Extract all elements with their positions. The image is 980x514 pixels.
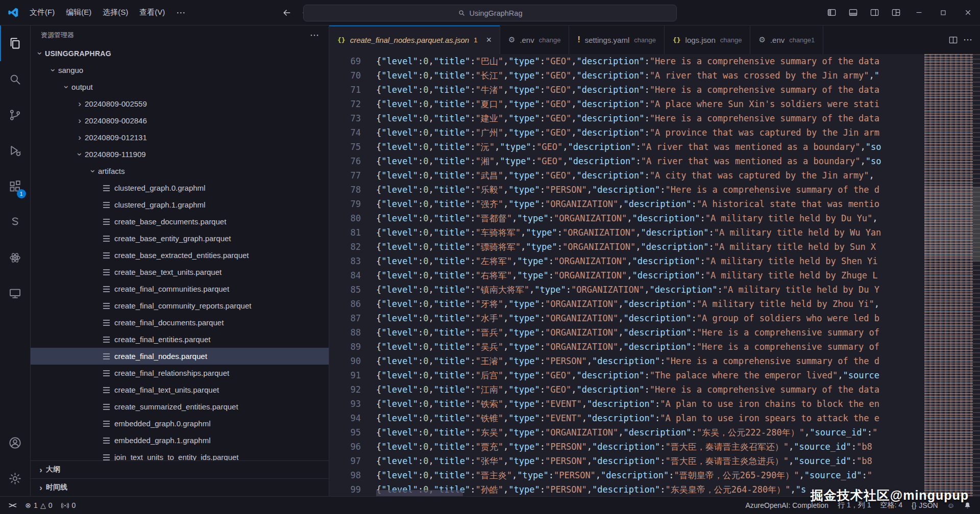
code-line[interactable]: 98{"level":0,"title":"晋主炎","type":"PERSO… — [329, 468, 924, 482]
customize-layout-icon[interactable] — [885, 0, 906, 25]
ports-indicator[interactable]: 0 — [57, 497, 80, 514]
activity-extension-s[interactable] — [0, 204, 31, 240]
editor[interactable]: 69{"level":0,"title":"巴山","type":"GEO","… — [329, 54, 980, 496]
activity-run-debug[interactable] — [0, 133, 31, 168]
activity-extension-atom[interactable] — [0, 240, 31, 275]
tree-item-folder[interactable]: ›sanguo — [31, 62, 329, 79]
editor-tab[interactable]: ⚙.envchange — [500, 25, 569, 54]
code-line[interactable]: 70{"level":0,"title":"长江","type":"GEO","… — [329, 68, 924, 83]
code-line[interactable]: 72{"level":0,"title":"夏口","type":"GEO","… — [329, 97, 924, 111]
code-line[interactable]: 93{"level":0,"title":"铁索","type":"EVENT"… — [329, 397, 924, 411]
minimap[interactable] — [924, 54, 973, 496]
menu-edit[interactable]: 编辑(E) — [60, 5, 97, 20]
azure-openai-status[interactable]: AzureOpenAI: Completion — [741, 501, 833, 509]
activity-source-control[interactable] — [0, 97, 31, 133]
horizontal-scrollbar-thumb[interactable] — [376, 490, 463, 496]
horizontal-scrollbar[interactable] — [376, 490, 924, 496]
tree-item-file[interactable]: create_final_community_reports.parquet — [31, 297, 329, 314]
tree-item-folder[interactable]: ›20240809-111909 — [31, 146, 329, 163]
code-line[interactable]: 71{"level":0,"title":"牛渚","type":"GEO","… — [329, 83, 924, 97]
outline-section[interactable]: › 大纲 — [31, 460, 329, 478]
tree-item-file[interactable]: clustered_graph.1.graphml — [31, 196, 329, 213]
code-line[interactable]: 95{"level":0,"title":"东吴","type":"ORGANI… — [329, 425, 924, 440]
code-line[interactable]: 79{"level":0,"title":"强齐","type":"ORGANI… — [329, 197, 924, 211]
activity-accounts[interactable] — [0, 425, 31, 460]
tree-item-file[interactable]: create_base_entity_graph.parquet — [31, 230, 329, 247]
tree-item-folder[interactable]: ›20240809-002559 — [31, 95, 329, 112]
editor-tab[interactable]: {}logs.jsonchange — [665, 25, 751, 54]
code-line[interactable]: 92{"level":0,"title":"江南","type":"GEO","… — [329, 382, 924, 397]
close-icon[interactable]: × — [486, 35, 492, 44]
tree-item-file[interactable]: create_base_extracted_entities.parquet — [31, 247, 329, 264]
tree-item-folder[interactable]: ›output — [31, 79, 329, 95]
close-window-icon[interactable] — [955, 0, 980, 25]
notifications-button[interactable] — [959, 502, 976, 509]
code-line[interactable]: 94{"level":0,"title":"铁锥","type":"EVENT"… — [329, 411, 924, 425]
tree-item-folder[interactable]: ›20240809-012131 — [31, 129, 329, 146]
code-line[interactable]: 91{"level":0,"title":"后宫","type":"GEO","… — [329, 368, 924, 382]
tree-item-folder[interactable]: ›20240809-002846 — [31, 112, 329, 129]
cursor-position[interactable]: 行 1，列 1 — [833, 501, 875, 510]
code-line[interactable]: 89{"level":0,"title":"吴兵","type":"ORGANI… — [329, 340, 924, 354]
code-line[interactable]: 78{"level":0,"title":"乐毅","type":"PERSON… — [329, 183, 924, 197]
tree-item-file[interactable]: create_final_entities.parquet — [31, 331, 329, 348]
tree-item-file[interactable]: create_base_documents.parquet — [31, 213, 329, 230]
toggle-sidebar-icon[interactable] — [821, 0, 842, 25]
tree-item-folder[interactable]: ›USINGGRAPHRAG — [31, 45, 329, 62]
back-arrow-icon[interactable] — [282, 8, 292, 18]
maximize-window-icon[interactable] — [931, 0, 955, 25]
code-line[interactable]: 73{"level":0,"title":"建业","type":"GEO","… — [329, 111, 924, 125]
menu-file[interactable]: 文件(F) — [24, 5, 60, 20]
tree-item-file[interactable]: embedded_graph.1.graphml — [31, 432, 329, 449]
code-line[interactable]: 81{"level":0,"title":"车骑将军","type":"ORGA… — [329, 225, 924, 240]
tree-item-file[interactable]: create_final_documents.parquet — [31, 314, 329, 331]
minimap-slider[interactable] — [924, 187, 973, 258]
menu-view[interactable]: 查看(V) — [134, 5, 170, 20]
code-line[interactable]: 90{"level":0,"title":"王濬","type":"PERSON… — [329, 354, 924, 368]
indentation-status[interactable]: 空格: 4 — [875, 501, 907, 510]
code-line[interactable]: 85{"level":0,"title":"镇南大将军","type":"ORG… — [329, 282, 924, 297]
menu-selection[interactable]: 选择(S) — [97, 5, 134, 20]
tree-item-file[interactable]: create_final_text_units.parquet — [31, 381, 329, 398]
menu-more-icon[interactable]: ⋯ — [170, 5, 191, 21]
tree-item-file[interactable]: embedded_graph.0.graphml — [31, 415, 329, 432]
toggle-secondary-sidebar-icon[interactable] — [864, 0, 885, 25]
code-line[interactable]: 74{"level":0,"title":"广州","type":"GEO","… — [329, 125, 924, 140]
code-line[interactable]: 76{"level":0,"title":"湘","type":"GEO","d… — [329, 154, 924, 168]
problems-indicator[interactable]: ⊗ 1 △ 0 — [20, 497, 57, 514]
code-line[interactable]: 69{"level":0,"title":"巴山","type":"GEO","… — [329, 54, 924, 68]
tree-item-file[interactable]: create_final_nodes.parquet — [31, 348, 329, 365]
code-line[interactable]: 97{"level":0,"title":"张华","type":"PERSON… — [329, 454, 924, 468]
command-center-search[interactable]: UsingGraphRag — [303, 5, 677, 21]
activity-settings[interactable] — [0, 460, 31, 496]
tree-item-file[interactable]: create_final_relationships.parquet — [31, 365, 329, 381]
editor-more-actions-icon[interactable]: ⋯ — [963, 34, 973, 45]
remote-indicator[interactable]: >< — [4, 497, 20, 514]
explorer-more-actions-icon[interactable]: ⋯ — [310, 30, 320, 41]
editor-tab[interactable]: {}create_final_nodes.parquet.as.json1× — [329, 25, 500, 54]
code-line[interactable]: 88{"level":0,"title":"晋兵","type":"ORGANI… — [329, 325, 924, 340]
code-line[interactable]: 84{"level":0,"title":"右将军","type":"ORGAN… — [329, 268, 924, 282]
tree-item-folder[interactable]: ›artifacts — [31, 163, 329, 179]
code-line[interactable]: 87{"level":0,"title":"水手","type":"ORGANI… — [329, 311, 924, 325]
editor-tab[interactable]: ⚙.envchange1 — [750, 25, 823, 54]
code-line[interactable]: 80{"level":0,"title":"晋都督","type":"ORGAN… — [329, 211, 924, 225]
activity-remote-explorer[interactable] — [0, 275, 31, 311]
split-editor-icon[interactable] — [948, 35, 958, 45]
code-line[interactable]: 77{"level":0,"title":"武昌","type":"GEO","… — [329, 168, 924, 183]
feedback-button[interactable]: ☺ — [943, 501, 959, 509]
activity-explorer[interactable] — [0, 25, 31, 61]
timeline-section[interactable]: › 时间线 — [31, 478, 329, 496]
activity-search[interactable] — [0, 61, 31, 97]
code-line[interactable]: 82{"level":0,"title":"骠骑将军","type":"ORGA… — [329, 240, 924, 254]
language-mode[interactable]: {} JSON — [907, 501, 943, 509]
minimize-window-icon[interactable] — [906, 0, 931, 25]
tree-item-file[interactable]: create_summarized_entities.parquet — [31, 398, 329, 415]
code-line[interactable]: 96{"level":0,"title":"贾充","type":"PERSON… — [329, 440, 924, 454]
code-line[interactable]: 83{"level":0,"title":"左将军","type":"ORGAN… — [329, 254, 924, 268]
tree-item-file[interactable]: create_base_text_units.parquet — [31, 264, 329, 280]
tree-item-file[interactable]: join_text_units_to_entity_ids.parquet — [31, 449, 329, 460]
toggle-panel-icon[interactable] — [842, 0, 864, 25]
code-line[interactable]: 86{"level":0,"title":"牙将","type":"ORGANI… — [329, 297, 924, 311]
code-line[interactable]: 75{"level":0,"title":"沅","type":"GEO","d… — [329, 140, 924, 154]
